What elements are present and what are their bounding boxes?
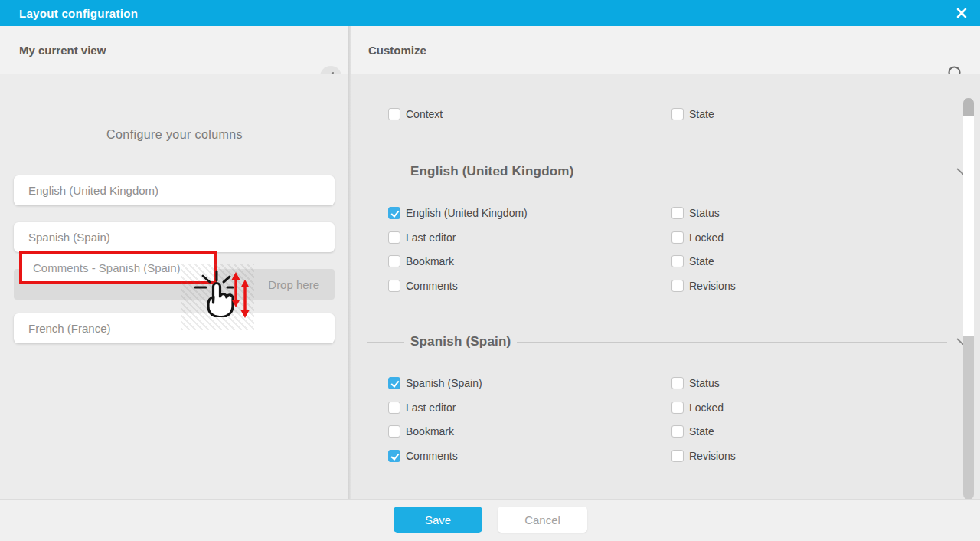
checkbox-label: Bookmark <box>406 425 454 438</box>
checkbox-label: Revisions <box>689 450 736 462</box>
checkbox-item-status[interactable]: Status <box>671 207 720 219</box>
checkbox[interactable] <box>388 207 400 219</box>
right-panel-title: Customize <box>368 26 426 74</box>
column-card-french[interactable]: French (France) <box>14 313 335 343</box>
checkbox-label: State <box>689 255 714 267</box>
checkbox-item-locked[interactable]: Locked <box>671 402 724 414</box>
checkbox[interactable] <box>671 402 684 414</box>
checkbox-label: Context <box>406 108 443 120</box>
checkbox[interactable] <box>671 255 684 267</box>
checkbox-item-last-editor[interactable]: Last editor <box>388 231 456 244</box>
checkbox-item-context[interactable]: Context <box>388 108 443 120</box>
current-view-panel: Configure your columns English (United K… <box>0 74 349 499</box>
checkbox-label: State <box>689 108 714 120</box>
checkbox-label: Status <box>689 207 720 219</box>
checkbox-label: Status <box>689 377 720 389</box>
checkbox[interactable] <box>388 108 400 120</box>
checkbox-label: Revisions <box>689 280 736 292</box>
dragged-column-label: Comments - Spanish (Spain) <box>33 261 181 274</box>
checkbox[interactable] <box>388 377 400 389</box>
checkbox-label: State <box>689 425 714 438</box>
section-header-spanish[interactable]: Spanish (Spain) <box>352 330 980 353</box>
checkbox-label: Comments <box>406 450 458 462</box>
dialog-subheader: My current view Customize <box>0 26 980 74</box>
layout-configuration-dialog: Layout configuration My current view Cus… <box>0 0 980 541</box>
checkbox[interactable] <box>388 280 400 292</box>
checkbox-item-bookmark[interactable]: Bookmark <box>388 255 454 267</box>
tap-hand-icon <box>191 268 236 320</box>
checkbox-label: English (United Kingdom) <box>406 207 528 219</box>
dialog-titlebar: Layout configuration <box>0 0 980 26</box>
checkbox-item-english-uk[interactable]: English (United Kingdom) <box>388 207 528 219</box>
checkbox[interactable] <box>671 280 684 292</box>
checkbox[interactable] <box>671 425 684 438</box>
close-button[interactable] <box>954 5 969 21</box>
column-card-label: English (United Kingdom) <box>28 184 158 197</box>
checkbox[interactable] <box>388 231 400 244</box>
checkbox-item-revisions[interactable]: Revisions <box>671 450 736 462</box>
checkbox[interactable] <box>388 255 400 267</box>
panel-divider <box>348 26 351 499</box>
scrollbar-track-cap <box>963 98 974 116</box>
checkbox[interactable] <box>671 450 684 462</box>
columns-heading: Configure your columns <box>0 128 349 142</box>
checkbox-item-state[interactable]: State <box>671 425 714 438</box>
dialog-footer: Save Cancel <box>0 499 980 541</box>
column-card-english-uk[interactable]: English (United Kingdom) <box>14 175 335 205</box>
vertical-drag-arrows-icon <box>230 271 250 323</box>
checkbox-item-last-editor[interactable]: Last editor <box>388 402 456 414</box>
drop-zone-label: Drop here <box>268 278 319 291</box>
customize-panel: Context State English (United Kingdom) E… <box>352 74 980 499</box>
save-button[interactable]: Save <box>394 507 482 533</box>
checkbox-label: Comments <box>406 280 458 292</box>
divider-line <box>517 342 947 343</box>
scrollbar[interactable] <box>963 98 974 500</box>
close-icon <box>956 8 967 18</box>
dialog-title: Layout configuration <box>0 7 138 20</box>
checkbox-label: Locked <box>689 402 724 414</box>
cancel-button[interactable]: Cancel <box>498 507 587 533</box>
left-panel-title: My current view <box>19 26 106 74</box>
checkbox-item-comments[interactable]: Comments <box>388 450 458 462</box>
checkbox[interactable] <box>388 402 400 414</box>
checkbox-item-bookmark[interactable]: Bookmark <box>388 425 454 438</box>
column-card-label: French (France) <box>28 322 111 335</box>
checkbox-item-locked[interactable]: Locked <box>671 231 724 244</box>
checkbox[interactable] <box>388 425 400 438</box>
checkbox-label: Last editor <box>406 231 456 244</box>
divider-line <box>368 342 404 343</box>
checkbox-item-comments[interactable]: Comments <box>388 280 458 292</box>
checkbox[interactable] <box>671 207 684 219</box>
dragged-column-card-comments-spanish[interactable]: Comments - Spanish (Spain) <box>19 251 217 284</box>
checkbox-item-spanish[interactable]: Spanish (Spain) <box>388 377 482 389</box>
checkbox-label: Locked <box>689 231 724 244</box>
checkbox-label: Spanish (Spain) <box>406 377 482 389</box>
checkbox-label: Bookmark <box>406 255 454 267</box>
column-card-spanish[interactable]: Spanish (Spain) <box>14 222 335 252</box>
checkbox-item-revisions[interactable]: Revisions <box>671 280 736 292</box>
checkbox-item-state-top[interactable]: State <box>671 108 714 120</box>
section-header-english-uk[interactable]: English (United Kingdom) <box>352 160 980 183</box>
divider-line <box>368 172 404 172</box>
section-title: Spanish (Spain) <box>410 334 511 349</box>
section-title: English (United Kingdom) <box>410 164 574 179</box>
checkbox-item-state[interactable]: State <box>671 255 714 267</box>
checkbox-item-status[interactable]: Status <box>671 377 720 389</box>
scrollbar-thumb[interactable] <box>963 116 974 336</box>
checkbox[interactable] <box>388 450 400 462</box>
checkbox-label: Last editor <box>406 402 456 414</box>
divider-line <box>580 172 948 172</box>
column-card-label: Spanish (Spain) <box>28 231 110 244</box>
checkbox[interactable] <box>671 377 684 389</box>
checkbox[interactable] <box>671 231 684 244</box>
checkbox[interactable] <box>671 108 684 120</box>
